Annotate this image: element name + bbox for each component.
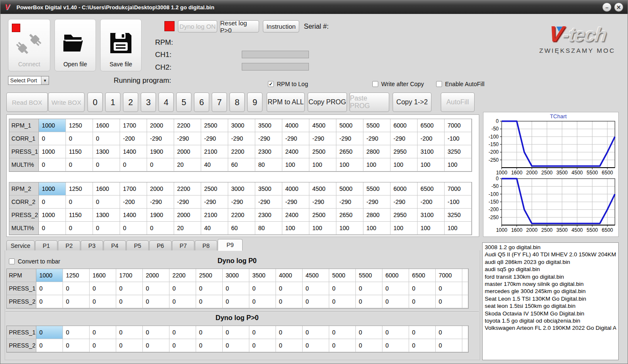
table-cell[interactable]: 0 bbox=[63, 326, 90, 339]
connect-button[interactable]: Connect bbox=[8, 19, 50, 71]
table-cell[interactable]: 0 bbox=[382, 282, 409, 295]
table-cell[interactable]: 1000 bbox=[36, 269, 63, 282]
table-cell[interactable]: 4000 bbox=[282, 119, 309, 132]
table-cell[interactable]: 0 bbox=[90, 282, 116, 295]
table-cell[interactable]: 0 bbox=[66, 222, 93, 235]
program-number-button-2[interactable]: 2 bbox=[123, 92, 138, 112]
table-cell[interactable]: -290 bbox=[336, 132, 363, 145]
file-list-item[interactable]: audi sq5 go digital.bin bbox=[485, 266, 616, 273]
table-cell[interactable]: 100 bbox=[309, 158, 336, 171]
table-cell[interactable]: 0 bbox=[249, 282, 276, 295]
table-cell[interactable]: 0 bbox=[409, 295, 436, 308]
table-cell[interactable]: 0 bbox=[409, 339, 436, 352]
tab-p7[interactable]: P7 bbox=[172, 240, 194, 251]
minimize-button[interactable]: – bbox=[602, 3, 612, 12]
table-cell[interactable]: 1700 bbox=[116, 269, 143, 282]
tab-p2[interactable]: P2 bbox=[58, 240, 80, 251]
table-cell[interactable]: 2500 bbox=[201, 182, 228, 196]
table-cell[interactable]: 0 bbox=[436, 339, 462, 352]
table-cell[interactable]: 6500 bbox=[409, 269, 436, 282]
table-cell[interactable]: 2300 bbox=[255, 145, 282, 158]
table-cell[interactable]: 5000 bbox=[329, 269, 356, 282]
table-cell[interactable]: 0 bbox=[223, 326, 249, 339]
table-cell[interactable]: -290 bbox=[390, 132, 418, 145]
program-number-button-4[interactable]: 4 bbox=[158, 92, 174, 112]
file-list-item[interactable]: Skoda Octavia IV 150KM Go Digital.bin bbox=[485, 310, 616, 317]
table-cell[interactable]: 0 bbox=[39, 222, 66, 235]
table-cell[interactable]: 0 bbox=[39, 132, 66, 145]
table-cell[interactable]: 0 bbox=[116, 339, 143, 352]
table-cell[interactable]: 2500 bbox=[309, 209, 336, 222]
table-cell[interactable]: 1400 bbox=[120, 209, 147, 222]
table-cell[interactable]: 1700 bbox=[120, 119, 147, 132]
table-cell[interactable]: 0 bbox=[382, 339, 409, 352]
table-cell[interactable]: 1250 bbox=[63, 269, 90, 282]
table-cell[interactable]: 0 bbox=[223, 282, 249, 295]
table-cell[interactable]: 2100 bbox=[201, 145, 228, 158]
program-number-button-6[interactable]: 6 bbox=[194, 92, 209, 112]
table-cell[interactable]: -290 bbox=[282, 196, 309, 209]
table-cell[interactable]: 0 bbox=[116, 282, 143, 295]
table-cell[interactable]: 2950 bbox=[390, 145, 418, 158]
table-cell[interactable]: -290 bbox=[309, 196, 336, 209]
table-cell[interactable]: 6500 bbox=[418, 182, 445, 196]
table-cell[interactable]: 3100 bbox=[418, 145, 445, 158]
table-cell[interactable]: 100 bbox=[390, 222, 418, 235]
table-cell[interactable]: 6500 bbox=[418, 119, 445, 132]
table-cell[interactable]: 0 bbox=[143, 339, 169, 352]
table-cell[interactable]: 3000 bbox=[223, 269, 249, 282]
table-cell[interactable]: 0 bbox=[436, 295, 462, 308]
table-cell[interactable]: 0 bbox=[196, 326, 223, 339]
table-cell[interactable]: -100 bbox=[445, 196, 472, 209]
table-cell[interactable]: 0 bbox=[39, 196, 66, 209]
table-cell[interactable]: 3500 bbox=[255, 119, 282, 132]
table-cell[interactable]: -290 bbox=[363, 196, 390, 209]
table-cell[interactable]: 0 bbox=[39, 158, 66, 171]
table-cell[interactable]: 2000 bbox=[174, 145, 201, 158]
tab-p3[interactable]: P3 bbox=[81, 240, 103, 251]
table-cell[interactable]: 0 bbox=[90, 295, 116, 308]
table-cell[interactable]: 1000 bbox=[39, 209, 66, 222]
table-cell[interactable]: 1000 bbox=[39, 182, 66, 196]
enable-autofill-checkbox[interactable]: Enable AutoFill bbox=[436, 81, 484, 87]
table-cell[interactable]: 1700 bbox=[120, 182, 147, 196]
table-cell[interactable]: -290 bbox=[228, 132, 255, 145]
table-cell[interactable]: -290 bbox=[201, 132, 228, 145]
file-list-item[interactable]: toyota 1.5 go digital od obciążenia.bin bbox=[485, 317, 616, 324]
table-cell[interactable]: -100 bbox=[445, 132, 472, 145]
tab-p4[interactable]: P4 bbox=[104, 240, 126, 251]
table-cell[interactable]: 0 bbox=[93, 196, 120, 209]
table-cell[interactable]: 0 bbox=[196, 295, 223, 308]
table-cell[interactable]: 5000 bbox=[336, 182, 363, 196]
table-cell[interactable]: 80 bbox=[255, 158, 282, 171]
table-cell[interactable]: 100 bbox=[418, 158, 445, 171]
table-cell[interactable]: 100 bbox=[390, 158, 418, 171]
table-cell[interactable]: 0 bbox=[223, 339, 249, 352]
table-cell[interactable]: 0 bbox=[36, 339, 63, 352]
table-cell[interactable]: 0 bbox=[249, 326, 276, 339]
table-cell[interactable]: -290 bbox=[174, 196, 201, 209]
table-cell[interactable]: -200 bbox=[120, 132, 147, 145]
program-number-button-7[interactable]: 7 bbox=[212, 92, 227, 112]
table-cell[interactable]: 2650 bbox=[336, 145, 363, 158]
table-cell[interactable]: 6000 bbox=[390, 182, 418, 196]
table-cell[interactable]: 5500 bbox=[356, 269, 382, 282]
table-cell[interactable]: 2500 bbox=[196, 269, 223, 282]
program-number-button-0[interactable]: 0 bbox=[87, 92, 103, 112]
table-cell[interactable]: 1300 bbox=[93, 209, 120, 222]
table-cell[interactable]: 2400 bbox=[282, 145, 309, 158]
table-cell[interactable]: 100 bbox=[363, 222, 390, 235]
table-cell[interactable]: 1900 bbox=[147, 145, 174, 158]
table-cell[interactable]: 0 bbox=[303, 295, 329, 308]
table-cell[interactable]: 0 bbox=[143, 282, 169, 295]
close-button[interactable]: ✕ bbox=[614, 3, 623, 12]
table-cell[interactable]: 0 bbox=[329, 339, 356, 352]
table-cell[interactable]: -290 bbox=[174, 132, 201, 145]
table-cell[interactable]: -290 bbox=[282, 132, 309, 145]
table-cell[interactable]: 3000 bbox=[228, 119, 255, 132]
table-cell[interactable]: 3000 bbox=[228, 182, 255, 196]
table-cell[interactable]: 1600 bbox=[90, 269, 116, 282]
program-number-button-5[interactable]: 5 bbox=[176, 92, 191, 112]
copy-1-to-2-button[interactable]: Copy 1->2 bbox=[393, 92, 431, 112]
table-cell[interactable]: 0 bbox=[147, 222, 174, 235]
